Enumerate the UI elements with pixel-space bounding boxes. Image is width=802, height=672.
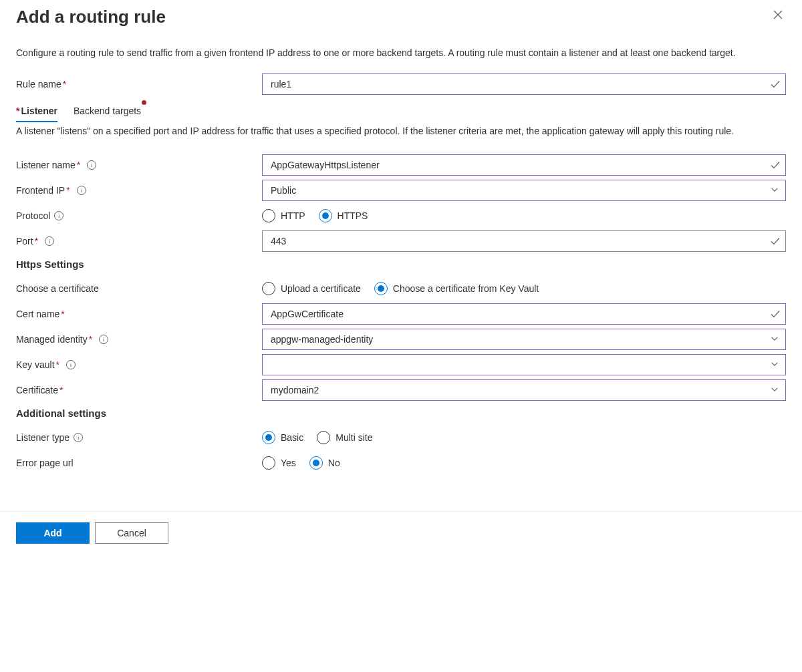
tab-indicator-dot bbox=[142, 100, 146, 105]
info-icon[interactable]: i bbox=[74, 433, 83, 442]
key-vault-label: Key vault* i bbox=[16, 359, 262, 370]
key-vault-select[interactable] bbox=[262, 354, 786, 375]
upload-certificate-radio[interactable]: Upload a certificate bbox=[262, 282, 361, 295]
error-page-url-label: Error page url bbox=[16, 458, 262, 468]
tab-backend-targets[interactable]: Backend targets bbox=[74, 103, 141, 122]
radio-icon bbox=[309, 456, 323, 470]
port-label: Port* i bbox=[16, 236, 262, 246]
rule-name-label: Rule name* bbox=[16, 79, 262, 90]
additional-settings-heading: Additional settings bbox=[16, 407, 786, 419]
radio-icon bbox=[317, 431, 330, 444]
radio-icon bbox=[262, 456, 275, 470]
cert-name-input[interactable] bbox=[262, 303, 786, 325]
port-input[interactable] bbox=[262, 230, 786, 252]
radio-icon bbox=[262, 431, 275, 444]
page-title: Add a routing rule bbox=[16, 7, 166, 27]
info-icon[interactable]: i bbox=[77, 186, 86, 195]
protocol-http-radio[interactable]: HTTP bbox=[262, 209, 305, 222]
info-icon[interactable]: i bbox=[99, 335, 108, 344]
choose-certificate-label: Choose a certificate bbox=[16, 283, 262, 294]
managed-identity-label: Managed identity* i bbox=[16, 334, 262, 345]
cert-name-label: Cert name* bbox=[16, 309, 262, 319]
close-icon bbox=[773, 9, 783, 20]
certificate-select[interactable] bbox=[262, 379, 786, 401]
add-button[interactable]: Add bbox=[16, 522, 90, 544]
protocol-https-radio[interactable]: HTTPS bbox=[319, 209, 368, 222]
info-icon[interactable]: i bbox=[66, 360, 76, 369]
rule-name-input[interactable] bbox=[262, 73, 786, 95]
radio-icon bbox=[319, 209, 332, 222]
certificate-label: Certificate* bbox=[16, 385, 262, 395]
listener-type-label: Listener type i bbox=[16, 432, 262, 443]
listener-name-label: Listener name* i bbox=[16, 160, 262, 170]
protocol-label: Protocol i bbox=[16, 210, 262, 221]
close-button[interactable] bbox=[770, 7, 786, 25]
https-settings-heading: Https Settings bbox=[16, 259, 786, 270]
listener-type-basic-radio[interactable]: Basic bbox=[262, 431, 303, 444]
managed-identity-select[interactable] bbox=[262, 329, 786, 350]
tab-listener[interactable]: *Listener bbox=[16, 103, 57, 122]
keyvault-certificate-radio[interactable]: Choose a certificate from Key Vault bbox=[374, 282, 539, 295]
cancel-button[interactable]: Cancel bbox=[95, 522, 168, 544]
listener-name-input[interactable] bbox=[262, 154, 786, 176]
listener-type-multi-radio[interactable]: Multi site bbox=[317, 431, 372, 444]
radio-icon bbox=[262, 209, 275, 222]
page-description: Configure a routing rule to send traffic… bbox=[16, 46, 786, 60]
error-page-no-radio[interactable]: No bbox=[309, 456, 340, 470]
listener-description: A listener "listens" on a specified port… bbox=[16, 124, 786, 138]
info-icon[interactable]: i bbox=[45, 236, 54, 246]
radio-icon bbox=[262, 282, 275, 295]
frontend-ip-select[interactable] bbox=[262, 180, 786, 201]
error-page-yes-radio[interactable]: Yes bbox=[262, 456, 296, 470]
frontend-ip-label: Frontend IP* i bbox=[16, 185, 262, 196]
info-icon[interactable]: i bbox=[54, 211, 63, 220]
info-icon[interactable]: i bbox=[87, 160, 96, 170]
radio-icon bbox=[374, 282, 388, 295]
